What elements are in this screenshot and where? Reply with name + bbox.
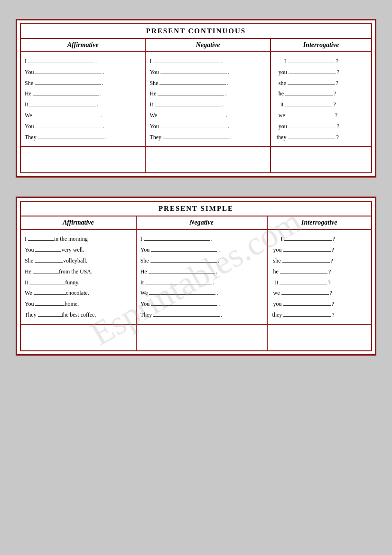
title-simple: PRESENT SIMPLE <box>20 201 372 216</box>
line-it-int-cont: it? <box>275 99 367 110</box>
line-he-aff-cont: He. <box>25 88 141 99</box>
affirmative-col-continuous: I. You. She. He. It. We. You. They. <box>20 52 145 147</box>
line-I-aff-cont: I. <box>25 56 141 67</box>
line-they-aff-sim: Theythe best coffee. <box>25 310 132 320</box>
line-she-int-sim: she? <box>271 255 367 266</box>
line-he-int-cont: he? <box>275 88 367 99</box>
header-affirmative-continuous: Affirmative <box>20 38 145 52</box>
line-I-aff-sim: Iin the morning <box>25 234 132 245</box>
title-continuous: PRESENT CONTINUOUS <box>20 24 372 38</box>
line-you2-aff-sim: Youhome. <box>25 299 132 310</box>
blank-cell-neg-cont <box>145 147 270 173</box>
line-she-neg-sim: She. <box>140 255 263 266</box>
line-you2-neg-cont: You. <box>149 121 266 132</box>
line-he-neg-cont: He. <box>149 88 266 99</box>
line-I-neg-sim: I. <box>140 234 263 245</box>
line-I-neg-cont: I. <box>149 56 266 67</box>
line-you-aff-sim: Youvery well. <box>25 245 132 255</box>
line-he-int-sim: he? <box>271 266 367 277</box>
line-you2-aff-cont: You. <box>25 121 141 132</box>
blank-cell-aff-sim <box>20 325 136 351</box>
blank-cell-aff-cont <box>20 147 145 173</box>
content-row-continuous: I. You. She. He. It. We. You. They. I. Y… <box>20 52 372 147</box>
header-interrogative-continuous: Interrogative <box>271 38 372 52</box>
negative-col-simple: I. You. She. He. It. We. You. They. <box>136 229 267 324</box>
line-we-aff-cont: We. <box>25 110 141 121</box>
line-it-neg-cont: It. <box>149 99 266 110</box>
interrogative-col-continuous: I? you? she? he? it? we? you? they? <box>271 52 372 147</box>
line-she-neg-cont: She. <box>149 78 266 89</box>
header-interrogative-simple: Interrogative <box>267 216 372 229</box>
blank-row-simple <box>20 325 372 351</box>
negative-col-continuous: I. You. She. He. It. We. You. They. <box>145 52 270 147</box>
blank-row-continuous <box>20 147 372 173</box>
header-row-simple: Affirmative Negative Interrogative <box>20 216 372 229</box>
header-negative-continuous: Negative <box>145 38 270 52</box>
line-you-int-cont: you? <box>275 67 367 78</box>
line-she-aff-cont: She. <box>25 78 141 89</box>
line-they-int-cont: they? <box>275 132 367 143</box>
present-continuous-wrapper: PRESENT CONTINUOUS Affirmative Negative … <box>16 19 376 178</box>
title-row-continuous: PRESENT CONTINUOUS <box>20 24 372 38</box>
line-we-neg-sim: We. <box>140 288 263 299</box>
line-you-neg-sim: You. <box>140 245 263 255</box>
content-row-simple: Iin the morning Youvery well. Shevolleyb… <box>20 229 372 324</box>
line-you2-neg-sim: You. <box>140 299 263 310</box>
line-he-neg-sim: He. <box>140 266 263 277</box>
line-it-int-sim: it? <box>271 277 367 288</box>
line-you-int-sim: you? <box>271 245 367 255</box>
header-row-continuous: Affirmative Negative Interrogative <box>20 38 372 52</box>
line-we-int-sim: we? <box>271 288 367 299</box>
header-negative-simple: Negative <box>136 216 267 229</box>
header-affirmative-simple: Affirmative <box>20 216 136 229</box>
line-they-neg-cont: They. <box>149 132 266 143</box>
worksheet-container: PRESENT CONTINUOUS Affirmative Negative … <box>16 19 376 356</box>
present-simple-wrapper: PRESENT SIMPLE Affirmative Negative Inte… <box>16 197 376 355</box>
line-they-aff-cont: They. <box>25 132 141 143</box>
interrogative-col-simple: I? you? she? he? it? we? you? they? <box>267 229 372 324</box>
affirmative-col-simple: Iin the morning Youvery well. Shevolleyb… <box>20 229 136 324</box>
present-simple-table: PRESENT SIMPLE Affirmative Negative Inte… <box>20 201 372 351</box>
line-she-int-cont: she? <box>275 78 367 89</box>
line-we-neg-cont: We. <box>149 110 266 121</box>
blank-cell-int-cont <box>271 147 372 173</box>
line-they-neg-sim: They. <box>140 310 263 320</box>
blank-cell-neg-sim <box>136 325 267 351</box>
line-it-aff-sim: Itfunny. <box>25 277 132 288</box>
line-we-int-cont: we? <box>275 110 367 121</box>
line-you2-int-sim: you? <box>271 299 367 310</box>
blank-cell-int-sim <box>267 325 372 351</box>
present-continuous-table: PRESENT CONTINUOUS Affirmative Negative … <box>20 23 372 173</box>
line-you-aff-cont: You. <box>25 67 141 78</box>
title-row-simple: PRESENT SIMPLE <box>20 201 372 216</box>
line-it-neg-sim: It. <box>140 277 263 288</box>
line-he-aff-sim: Hefrom the USA. <box>25 266 132 277</box>
line-they-int-sim: they? <box>271 310 367 320</box>
line-you2-int-cont: you? <box>275 121 367 132</box>
line-I-int-cont: I? <box>275 56 367 67</box>
line-I-int-sim: I? <box>271 234 367 245</box>
line-we-aff-sim: Wechocolate. <box>25 288 132 299</box>
line-she-aff-sim: Shevolleyball. <box>25 255 132 266</box>
line-it-aff-cont: It. <box>25 99 141 110</box>
line-you-neg-cont: You. <box>149 67 266 78</box>
